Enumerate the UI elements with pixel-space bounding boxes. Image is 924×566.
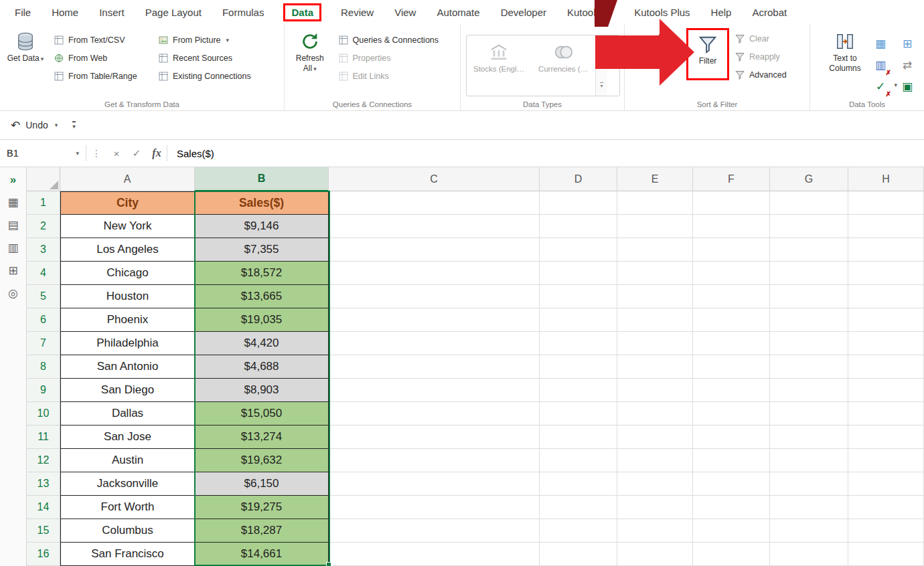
menu-tab-kutools-plus[interactable]: Kutools Plus bbox=[633, 5, 691, 20]
cell-c15[interactable] bbox=[329, 519, 540, 543]
reapply-filter-button[interactable]: Reapply bbox=[735, 52, 787, 62]
cell-f12[interactable] bbox=[693, 449, 770, 472]
cell-e2[interactable] bbox=[617, 215, 693, 238]
cell-e16[interactable] bbox=[617, 543, 693, 566]
menu-tab-page-layout[interactable]: Page Layout bbox=[144, 5, 203, 20]
cell-c16[interactable] bbox=[329, 543, 540, 566]
flash-fill-button[interactable]: ▦ bbox=[872, 33, 889, 54]
cell-d15[interactable] bbox=[540, 519, 617, 543]
cell-e15[interactable] bbox=[617, 519, 693, 543]
cell-a11[interactable]: San Jose bbox=[60, 426, 195, 449]
stocks-data-type-button[interactable]: Stocks (Engl… bbox=[467, 35, 531, 96]
from-text-csv-button[interactable]: From Text/CSV bbox=[54, 35, 149, 45]
cell-h4[interactable] bbox=[848, 262, 924, 285]
cell-a13[interactable]: Jacksonville bbox=[60, 472, 195, 496]
text-to-columns-button[interactable]: Text to Columns bbox=[826, 29, 864, 97]
cell-a4[interactable]: Chicago bbox=[60, 262, 195, 285]
cell-a10[interactable]: Dallas bbox=[60, 402, 195, 426]
cell-f13[interactable] bbox=[693, 472, 770, 496]
menu-tab-review[interactable]: Review bbox=[339, 5, 375, 20]
row-header-13[interactable]: 13 bbox=[27, 472, 60, 496]
sort-descending-button[interactable] bbox=[630, 52, 646, 68]
cell-a6[interactable]: Phoenix bbox=[60, 308, 195, 332]
row-header-1[interactable]: 1 bbox=[27, 191, 60, 215]
cell-f7[interactable] bbox=[693, 332, 770, 355]
cell-g10[interactable] bbox=[770, 402, 848, 426]
kutools-find-icon[interactable]: ◎ bbox=[8, 288, 18, 299]
customize-quick-access-icon[interactable]: ▾ bbox=[72, 121, 76, 130]
cell-b10[interactable]: $15,050 bbox=[195, 402, 329, 426]
cell-a16[interactable]: San Francisco bbox=[60, 543, 195, 566]
cell-c13[interactable] bbox=[329, 472, 540, 496]
row-header-10[interactable]: 10 bbox=[27, 402, 60, 426]
manage-data-model-button[interactable]: ▣ bbox=[899, 76, 916, 97]
advanced-filter-button[interactable]: Advanced bbox=[735, 70, 787, 80]
cell-e4[interactable] bbox=[617, 262, 693, 285]
cell-g6[interactable] bbox=[770, 308, 848, 332]
column-header-h[interactable]: H bbox=[848, 167, 924, 191]
cell-f11[interactable] bbox=[693, 426, 770, 449]
queries-connections-button[interactable]: Queries & Connections bbox=[338, 35, 456, 45]
cell-h2[interactable] bbox=[848, 215, 924, 238]
chevron-down-icon[interactable]: ▾ bbox=[55, 122, 58, 128]
cell-e11[interactable] bbox=[617, 426, 693, 449]
from-picture-button[interactable]: From Picture ▾ bbox=[158, 35, 273, 45]
cell-f10[interactable] bbox=[693, 402, 770, 426]
get-data-button[interactable]: Get Data▾ bbox=[7, 29, 44, 82]
cell-f5[interactable] bbox=[693, 285, 770, 308]
cell-h8[interactable] bbox=[848, 355, 924, 379]
cell-d10[interactable] bbox=[540, 402, 617, 426]
kutools-print-area-icon[interactable]: ▥ bbox=[7, 242, 18, 254]
cell-f8[interactable] bbox=[693, 355, 770, 379]
gallery-up-icon[interactable]: ▴ bbox=[600, 42, 603, 48]
name-box[interactable]: B1 ▾ bbox=[0, 140, 86, 167]
row-header-2[interactable]: 2 bbox=[27, 215, 60, 238]
cell-d4[interactable] bbox=[540, 262, 617, 285]
cell-h6[interactable] bbox=[848, 308, 924, 332]
cell-a3[interactable]: Los Angeles bbox=[60, 238, 195, 262]
cell-f9[interactable] bbox=[693, 379, 770, 402]
consolidate-button[interactable]: ⊞ bbox=[899, 33, 916, 54]
row-header-4[interactable]: 4 bbox=[27, 262, 60, 285]
from-web-button[interactable]: From Web bbox=[54, 53, 149, 64]
cell-f2[interactable] bbox=[693, 215, 770, 238]
cell-d9[interactable] bbox=[540, 379, 617, 402]
column-header-b[interactable]: B bbox=[195, 167, 329, 191]
cell-e8[interactable] bbox=[617, 355, 693, 379]
cell-h13[interactable] bbox=[848, 472, 924, 496]
cell-a14[interactable]: Fort Worth bbox=[60, 496, 195, 519]
cell-e7[interactable] bbox=[617, 332, 693, 355]
column-header-g[interactable]: G bbox=[770, 167, 848, 191]
cell-d1[interactable] bbox=[540, 191, 617, 215]
currencies-data-type-button[interactable]: Currencies (… bbox=[531, 35, 595, 96]
cell-c11[interactable] bbox=[329, 426, 540, 449]
cell-g7[interactable] bbox=[770, 332, 848, 355]
cell-g12[interactable] bbox=[770, 449, 848, 472]
cell-g15[interactable] bbox=[770, 519, 848, 543]
cell-c1[interactable] bbox=[329, 191, 540, 215]
cell-d2[interactable] bbox=[540, 215, 617, 238]
cell-g3[interactable] bbox=[770, 238, 848, 262]
cell-e6[interactable] bbox=[617, 308, 693, 332]
cell-f3[interactable] bbox=[693, 238, 770, 262]
cell-b2[interactable]: $9,146 bbox=[195, 215, 329, 238]
cell-d8[interactable] bbox=[540, 355, 617, 379]
row-header-9[interactable]: 9 bbox=[27, 379, 60, 402]
cell-d16[interactable] bbox=[540, 543, 617, 566]
cell-h1[interactable] bbox=[848, 191, 924, 215]
cell-g5[interactable] bbox=[770, 285, 848, 308]
cell-b15[interactable]: $18,287 bbox=[195, 519, 329, 543]
row-header-16[interactable]: 16 bbox=[27, 543, 60, 566]
remove-duplicates-button[interactable]: ▥✗ bbox=[872, 55, 889, 76]
menu-tab-kutools[interactable]: Kutools ™ bbox=[566, 5, 615, 20]
cell-d14[interactable] bbox=[540, 496, 617, 519]
menu-tab-automate[interactable]: Automate bbox=[435, 5, 481, 20]
menu-tab-developer[interactable]: Developer bbox=[499, 5, 548, 20]
data-validation-button[interactable]: ✓✗▾ bbox=[872, 76, 889, 97]
relationships-button[interactable]: ⇄ bbox=[899, 55, 916, 76]
cell-h5[interactable] bbox=[848, 285, 924, 308]
formula-bar-content[interactable]: Sales($) bbox=[167, 148, 214, 159]
from-table-range-button[interactable]: From Table/Range bbox=[54, 71, 149, 82]
edit-links-button[interactable]: Edit Links bbox=[338, 71, 456, 82]
cell-f1[interactable] bbox=[693, 191, 770, 215]
